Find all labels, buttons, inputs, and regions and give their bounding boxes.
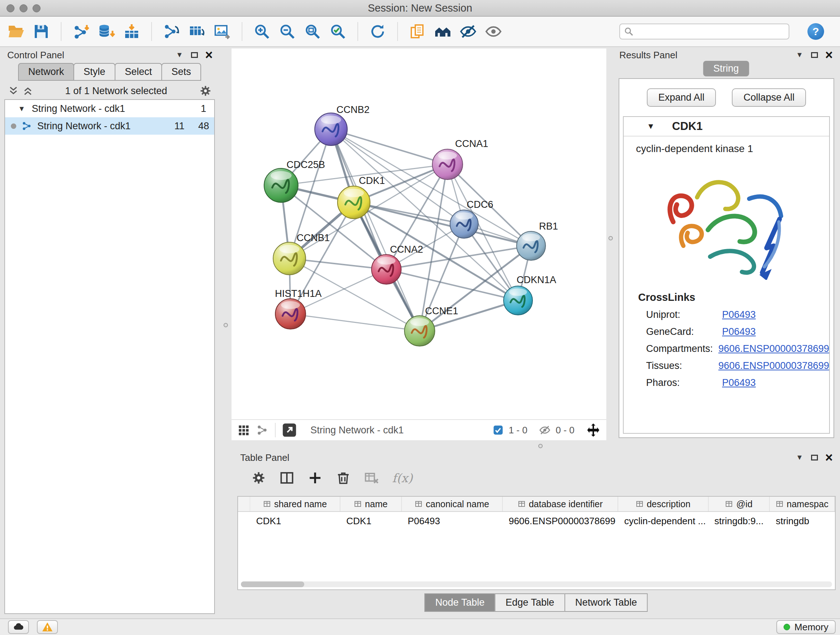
column-header-description[interactable]: description (618, 497, 708, 511)
nodes-selected-checkbox[interactable] (493, 424, 504, 435)
expand-all-networks-icon[interactable] (22, 86, 33, 96)
memory-button[interactable]: Memory (776, 620, 836, 634)
hidden-eye-icon[interactable] (539, 424, 551, 436)
column-header-database-identifier[interactable]: database identifier (503, 497, 618, 511)
column-header-name[interactable]: name (340, 497, 402, 511)
tab-edge-table[interactable]: Edge Table (494, 593, 565, 612)
network-node-CCNE1[interactable] (404, 316, 435, 346)
show-columns-icon[interactable] (279, 470, 294, 486)
network-graph[interactable]: CCNB2CCNA1CDC25BCDK1CDC6RB1CCNB1CCNA2CDK… (232, 49, 606, 419)
function-builder-icon[interactable]: f(x) (392, 471, 413, 485)
close-window-button[interactable] (6, 4, 14, 12)
column-header-canonical-name[interactable]: canonical name (402, 497, 503, 511)
close-panel-icon[interactable]: × (825, 50, 833, 60)
column-header-id[interactable]: @id (709, 497, 770, 511)
crosslink-link[interactable]: 9606.ENSP00000378699 (718, 360, 829, 371)
network-row[interactable]: String Network - cdk1 11 48 (5, 117, 214, 135)
network-node-CCNB2[interactable] (315, 113, 347, 146)
splitter-handle[interactable] (224, 323, 228, 327)
network-overview-icon[interactable] (256, 424, 268, 436)
new-network-button[interactable] (163, 23, 180, 40)
crosslink-link[interactable]: P06493 (722, 377, 756, 388)
show-all-button[interactable] (485, 23, 502, 40)
open-session-button[interactable] (7, 23, 25, 40)
first-neighbors-button[interactable] (434, 23, 452, 40)
collapse-all-networks-icon[interactable] (8, 86, 19, 96)
column-header-shared-name[interactable]: shared name (250, 497, 340, 511)
crosslink-link[interactable]: P06493 (722, 326, 756, 337)
import-network-file-button[interactable] (73, 23, 90, 40)
help-button[interactable]: ? (807, 23, 824, 40)
zoom-in-button[interactable] (253, 23, 271, 40)
network-node-label-CDC6: CDC6 (467, 199, 493, 210)
copy-document-button[interactable] (409, 23, 426, 40)
panel-menu-icon[interactable]: ▼ (796, 453, 803, 462)
current-network-indicator (11, 124, 16, 129)
tab-style[interactable]: Style (73, 63, 115, 81)
zoom-selected-button[interactable] (329, 23, 347, 40)
collection-expand-icon[interactable]: ▼ (18, 105, 25, 113)
export-image-button[interactable] (213, 23, 231, 40)
minimize-window-button[interactable] (19, 4, 27, 12)
new-table-button[interactable] (188, 23, 205, 40)
hide-selected-button[interactable] (459, 23, 477, 40)
network-node-CDC6[interactable] (450, 210, 478, 238)
float-panel-icon[interactable] (811, 455, 818, 461)
tab-string[interactable]: String (703, 61, 749, 76)
network-node-CDK1[interactable] (338, 186, 370, 219)
import-table-button[interactable] (123, 23, 141, 40)
collapse-all-button[interactable]: Collapse All (732, 88, 806, 107)
pan-crosshair-button[interactable] (586, 423, 600, 437)
network-node-CCNA1[interactable] (432, 149, 463, 180)
network-options-gear-icon[interactable] (199, 84, 212, 97)
warnings-button[interactable] (37, 620, 58, 634)
tab-network[interactable]: Network (18, 63, 74, 81)
crosslink-link[interactable]: 9606.ENSP00000378699 (718, 343, 829, 355)
save-session-button[interactable] (33, 23, 50, 40)
crosslink-link[interactable]: P06493 (722, 309, 756, 320)
panel-menu-icon[interactable]: ▼ (176, 51, 183, 59)
import-network-database-button[interactable] (98, 23, 115, 40)
entry-collapse-icon[interactable]: ▼ (647, 122, 655, 131)
tab-node-table[interactable]: Node Table (424, 593, 495, 612)
add-column-icon[interactable] (308, 470, 323, 486)
clear-table-icon[interactable] (364, 470, 379, 486)
horizontal-scrollbar[interactable] (241, 581, 832, 587)
network-node-CCNA2[interactable] (371, 255, 401, 284)
title-bar: Session: New Session (0, 0, 840, 17)
splitter-handle[interactable] (608, 236, 613, 241)
zoom-fit-button[interactable] (304, 23, 321, 40)
delete-column-icon[interactable] (336, 470, 351, 486)
close-panel-icon[interactable]: × (205, 50, 213, 60)
grid-view-icon[interactable] (237, 424, 249, 436)
panel-menu-icon[interactable]: ▼ (796, 51, 803, 59)
search-input[interactable] (619, 24, 789, 40)
expand-all-button[interactable]: Expand All (647, 88, 716, 107)
network-row-label: String Network - cdk1 (37, 120, 131, 132)
tab-network-table[interactable]: Network Table (564, 593, 648, 612)
close-panel-icon[interactable]: × (825, 453, 833, 463)
gene-entry-header[interactable]: ▼ CDK1 (624, 117, 829, 136)
table-row[interactable]: CDK1CDK1P064939606.ENSP00000378699cyclin… (238, 512, 835, 530)
column-header-namespac[interactable]: namespac (770, 497, 835, 511)
zoom-out-button[interactable] (279, 23, 296, 40)
float-panel-icon[interactable] (191, 52, 198, 58)
tab-select[interactable]: Select (115, 63, 162, 81)
open-in-new-window-button[interactable] (282, 423, 297, 437)
network-node-CCNB1[interactable] (273, 242, 306, 275)
float-panel-icon[interactable] (811, 52, 818, 58)
network-node-RB1[interactable] (516, 231, 546, 260)
network-collection-row[interactable]: ▼ String Network - cdk1 1 (5, 100, 214, 117)
column-icon (518, 500, 525, 508)
network-node-label-CCNA1: CCNA1 (455, 138, 488, 149)
table-settings-gear-icon[interactable] (251, 470, 266, 486)
network-node-CDKN1A[interactable] (504, 286, 532, 315)
scrollbar-thumb[interactable] (241, 581, 304, 587)
zoom-window-button[interactable] (33, 4, 41, 12)
refresh-button[interactable] (369, 23, 386, 40)
tab-sets[interactable]: Sets (161, 63, 201, 81)
network-node-CDC25B[interactable] (264, 168, 298, 203)
cloud-status-button[interactable] (8, 620, 29, 634)
splitter-handle[interactable] (538, 444, 543, 448)
network-node-HIST1H1A[interactable] (275, 299, 306, 329)
